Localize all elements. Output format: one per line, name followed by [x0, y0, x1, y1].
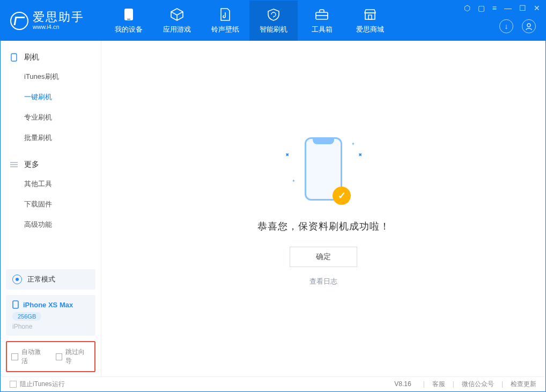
download-icon[interactable]: ↓ — [499, 19, 513, 33]
mode-indicator-icon — [12, 275, 22, 284]
checkbox-skip-guide[interactable]: 跳过向导 — [56, 347, 91, 366]
minimize-icon[interactable]: — — [504, 4, 512, 12]
phone-mini-icon[interactable]: ▢ — [478, 4, 485, 12]
phone-icon — [121, 8, 136, 21]
svg-rect-0 — [124, 9, 133, 20]
store-icon — [363, 8, 378, 21]
sidebar: 刷机 iTunes刷机 一键刷机 专业刷机 批量刷机 更多 其他工具 下载固件 … — [1, 41, 101, 378]
svg-rect-11 — [13, 301, 18, 308]
sparkle-icon: ✦ — [283, 151, 292, 160]
ok-button[interactable]: 确定 — [290, 247, 357, 267]
checkbox-label: 跳过向导 — [65, 347, 90, 366]
version-label: V8.16 — [394, 380, 411, 388]
brand-url: www.i4.cn — [33, 24, 84, 30]
separator: | — [423, 380, 425, 388]
separator: | — [501, 380, 503, 388]
cube-icon — [169, 8, 185, 21]
header-right-icons: ↓ — [499, 19, 536, 33]
mode-box[interactable]: 正常模式 — [6, 269, 95, 290]
main-content: ✦ ✦ ✦ ✦ ✓ 恭喜您，保资料刷机成功啦！ 确定 查看日志 — [101, 41, 545, 378]
navtab-label: 工具箱 — [312, 25, 333, 34]
svg-rect-5 — [368, 15, 372, 19]
navtab-label: 爱思商城 — [356, 25, 384, 34]
maximize-icon[interactable]: ☐ — [519, 4, 526, 12]
header: 爱思助手 www.i4.cn 我的设备 应用游戏 铃声壁纸 智 — [1, 1, 545, 41]
sidebar-item-itunes-flash[interactable]: iTunes刷机 — [1, 66, 101, 87]
check-badge-icon: ✓ — [333, 187, 351, 205]
footer: 阻止iTunes运行 V8.16 | 客服 | 微信公众号 | 检查更新 — [1, 376, 545, 391]
sidebar-item-download-firmware[interactable]: 下载固件 — [1, 194, 101, 215]
sidebar-group-more[interactable]: 更多 — [1, 156, 101, 174]
toolbox-icon — [314, 8, 329, 21]
sparkle-icon: ✦ — [351, 142, 355, 146]
checkbox-block-itunes[interactable]: 阻止iTunes运行 — [10, 380, 65, 389]
navtab-label: 铃声壁纸 — [211, 25, 239, 34]
navtab-smart-flash[interactable]: 智能刷机 — [249, 1, 298, 41]
brand-name: 爱思助手 — [33, 11, 84, 23]
sparkle-icon: ✦ — [356, 151, 365, 160]
sidebar-item-pro-flash[interactable]: 专业刷机 — [1, 107, 101, 128]
checkbox-icon — [11, 353, 18, 360]
device-box[interactable]: iPhone XS Max 256GB iPhone — [6, 295, 95, 336]
navtab-ringtone-wallpaper[interactable]: 铃声壁纸 — [201, 1, 249, 41]
device-storage-badge: 256GB — [12, 312, 41, 321]
close-icon[interactable]: ✕ — [534, 4, 540, 12]
device-name: iPhone XS Max — [23, 301, 73, 309]
footer-link-support[interactable]: 客服 — [432, 380, 445, 389]
logo-block[interactable]: 爱思助手 www.i4.cn — [1, 11, 95, 30]
success-illustration: ✦ ✦ ✦ ✦ ✓ — [299, 137, 348, 202]
navtab-label: 智能刷机 — [260, 25, 287, 34]
footer-link-update[interactable]: 检查更新 — [511, 380, 536, 389]
navtab-apps-games[interactable]: 应用游戏 — [153, 1, 201, 41]
view-log-link[interactable]: 查看日志 — [309, 277, 337, 286]
phone-outline-icon — [9, 53, 19, 62]
svg-point-6 — [527, 24, 530, 27]
tshirt-icon[interactable]: ⬡ — [464, 4, 470, 12]
sidebar-item-oneclick-flash[interactable]: 一键刷机 — [1, 87, 101, 107]
list-icon — [9, 161, 19, 168]
separator: | — [453, 380, 454, 388]
navtab-toolbox[interactable]: 工具箱 — [298, 1, 346, 41]
sidebar-item-batch-flash[interactable]: 批量刷机 — [1, 128, 101, 148]
sidebar-item-advanced[interactable]: 高级功能 — [1, 215, 101, 235]
highlighted-options-row: 自动激活 跳过向导 — [6, 341, 95, 372]
navtab-store[interactable]: 爱思商城 — [346, 1, 394, 41]
music-file-icon — [218, 8, 233, 21]
logo-icon — [10, 12, 28, 30]
navtab-label: 应用游戏 — [163, 25, 191, 34]
footer-link-wechat[interactable]: 微信公众号 — [462, 380, 494, 389]
menu-icon[interactable]: ≡ — [492, 4, 497, 12]
checkbox-label: 阻止iTunes运行 — [20, 380, 65, 389]
device-type: iPhone — [12, 323, 89, 330]
svg-rect-4 — [365, 13, 375, 19]
navtab-my-device[interactable]: 我的设备 — [105, 1, 153, 41]
sidebar-group-title: 更多 — [24, 160, 39, 169]
user-icon[interactable] — [522, 19, 536, 33]
svg-rect-1 — [127, 19, 130, 19]
phone-notch — [313, 139, 334, 144]
window-icons-row: ⬡ ▢ ≡ — ☐ ✕ — [464, 4, 540, 12]
navtab-label: 我的设备 — [115, 25, 143, 34]
checkbox-icon — [10, 381, 17, 388]
svg-rect-7 — [11, 54, 17, 61]
mode-label: 正常模式 — [27, 275, 55, 284]
sparkle-icon: ✦ — [292, 179, 296, 183]
sidebar-item-other-tools[interactable]: 其他工具 — [1, 174, 101, 194]
checkbox-icon — [56, 353, 63, 360]
checkbox-label: 自动激活 — [21, 347, 46, 366]
sidebar-group-title: 刷机 — [24, 53, 39, 62]
refresh-shield-icon — [266, 8, 281, 21]
checkbox-auto-activate[interactable]: 自动激活 — [11, 347, 46, 366]
nav-tabs: 我的设备 应用游戏 铃声壁纸 智能刷机 工具箱 — [105, 1, 394, 41]
sidebar-group-flash[interactable]: 刷机 — [1, 48, 101, 66]
device-phone-icon — [12, 300, 19, 309]
success-text: 恭喜您，保资料刷机成功啦！ — [257, 220, 390, 233]
